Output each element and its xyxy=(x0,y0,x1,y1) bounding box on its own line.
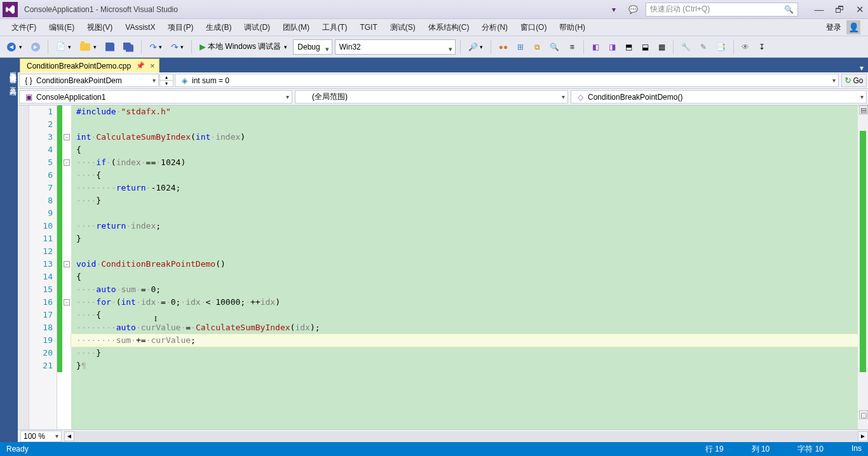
menu-test[interactable]: 测试(S) xyxy=(384,19,422,36)
scroll-thumb[interactable] xyxy=(860,131,866,372)
search-icon: 🔍 xyxy=(784,5,794,14)
va-icon-11[interactable]: ✎ xyxy=(696,39,710,55)
side-tab-well: 服务器资源管理器 工具箱 xyxy=(0,58,18,442)
new-project-button[interactable]: 📄▾ xyxy=(53,39,74,55)
menu-arch[interactable]: 体系结构(C) xyxy=(422,19,476,36)
field-icon: ◈ xyxy=(179,76,189,86)
hscroll-left-button[interactable]: ◄ xyxy=(64,431,74,441)
hscroll-right-button[interactable]: ► xyxy=(858,431,868,441)
status-char: 字符 10 xyxy=(797,444,824,455)
close-button[interactable]: ✕ xyxy=(854,4,865,15)
config-dropdown[interactable]: Debug xyxy=(293,39,332,55)
line-number-gutter: 123456789101112131415161718192021 xyxy=(29,105,57,429)
find-in-files-button[interactable]: 🔎▾ xyxy=(465,39,486,55)
status-ins: Ins xyxy=(851,444,862,455)
status-col: 列 10 xyxy=(752,444,770,455)
save-all-button[interactable] xyxy=(120,39,137,55)
va-icon-6[interactable]: ◨ xyxy=(605,39,619,55)
start-debugging-button[interactable]: ▶ 本地 Windows 调试器 ▾ xyxy=(196,39,290,55)
va-spinner[interactable]: ▴▾ xyxy=(159,74,173,87)
menu-analyze[interactable]: 分析(N) xyxy=(475,19,514,36)
document-tab-active[interactable]: ConditionBreakPointDemo.cpp 📌 × xyxy=(20,58,159,72)
vs-navbar: ▣ ConsoleApplication1 (全局范围) ◇ Condition… xyxy=(18,89,868,105)
menu-project[interactable]: 项目(P) xyxy=(161,19,200,36)
menu-build[interactable]: 生成(B) xyxy=(200,19,238,36)
va-navbar: { } ConditionBreakPointDem ▴▾ ◈ int sum … xyxy=(18,72,868,89)
va-icon-13[interactable]: 👁 xyxy=(738,39,752,55)
user-avatar-icon[interactable]: 👤 xyxy=(846,20,860,34)
va-find-button[interactable]: 🔍 xyxy=(546,39,562,55)
vertical-scrollbar[interactable]: ▤ ▢ xyxy=(858,105,868,429)
vs-logo-icon xyxy=(3,2,18,17)
va-go-button[interactable]: ↻Go xyxy=(841,74,867,87)
horizontal-scrollbar[interactable] xyxy=(74,431,858,441)
minimize-button[interactable]: — xyxy=(813,4,825,15)
map-mode-button[interactable]: ▢ xyxy=(859,410,868,419)
text-caret-icon: I xyxy=(154,314,157,324)
vs-scope-dropdown[interactable]: (全局范围) xyxy=(295,90,568,104)
va-icon-14[interactable]: ↧ xyxy=(755,39,769,55)
va-icon-12[interactable]: 📑 xyxy=(713,39,729,55)
menu-view[interactable]: 视图(V) xyxy=(81,19,119,36)
redo-button[interactable]: ↷▾ xyxy=(168,39,187,55)
pin-icon[interactable]: 📌 xyxy=(136,62,145,70)
change-mark-gutter xyxy=(57,105,62,429)
title-bar: ConsoleApplication1 - Microsoft Visual S… xyxy=(0,0,868,19)
va-icon-1[interactable]: ●● xyxy=(496,39,512,55)
start-debugging-label: 本地 Windows 调试器 xyxy=(208,41,281,52)
va-icon-10[interactable]: 🔧 xyxy=(678,39,694,55)
menu-bar: 文件(F) 编辑(E) 视图(V) VAssistX 项目(P) 生成(B) 调… xyxy=(0,19,868,36)
code-editor[interactable]: 123456789101112131415161718192021 ---- #… xyxy=(18,105,868,429)
side-tab-server-explorer[interactable]: 服务器资源管理器 xyxy=(0,62,18,77)
open-button[interactable]: ▾ xyxy=(77,39,100,55)
fold-gutter[interactable]: ---- xyxy=(62,105,71,429)
menu-debug[interactable]: 调试(D) xyxy=(238,19,276,36)
document-tab-label: ConditionBreakPointDemo.cpp xyxy=(27,62,131,70)
menu-team[interactable]: 团队(M) xyxy=(276,19,316,36)
side-tab-toolbox[interactable]: 工具箱 xyxy=(0,77,18,89)
feedback-icon[interactable]: 💬 xyxy=(627,3,639,16)
va-icon-2[interactable]: ⊞ xyxy=(513,39,527,55)
menu-edit[interactable]: 编辑(E) xyxy=(43,19,81,36)
window-title: ConsoleApplication1 - Microsoft Visual S… xyxy=(24,5,178,14)
va-member-dropdown[interactable]: ◈ int sum = 0 xyxy=(175,74,839,87)
menu-tools[interactable]: 工具(T) xyxy=(316,19,353,36)
status-bar: Ready 行 19 列 10 字符 10 Ins xyxy=(0,442,868,456)
va-icon-7[interactable]: ⬒ xyxy=(621,39,635,55)
vs-project-dropdown[interactable]: ▣ ConsoleApplication1 xyxy=(19,90,292,104)
editor-bottom-strip: 100 % ◄ ► xyxy=(18,429,868,442)
undo-button[interactable]: ↶▾ xyxy=(146,39,165,55)
zoom-dropdown[interactable]: 100 % xyxy=(20,431,62,442)
login-link[interactable]: 登录 xyxy=(826,22,841,33)
tab-overflow-button[interactable]: ▾ xyxy=(855,64,868,72)
save-button[interactable] xyxy=(102,39,118,55)
status-ready: Ready xyxy=(6,445,29,453)
vs-func-dropdown[interactable]: ◇ ConditionBreakPointDemo() xyxy=(571,90,867,104)
va-icon-5[interactable]: ◧ xyxy=(588,39,602,55)
split-box-button[interactable]: ▤ xyxy=(859,105,868,114)
project-icon: ▣ xyxy=(24,92,34,102)
va-icon-4[interactable]: ≡ xyxy=(565,39,579,55)
va-icon-3[interactable]: ⧉ xyxy=(530,39,544,55)
breakpoint-gutter[interactable] xyxy=(18,105,29,429)
menu-vassistx[interactable]: VAssistX xyxy=(119,19,161,36)
nav-back-button[interactable]: ◄▾ xyxy=(4,39,25,55)
platform-dropdown[interactable]: Win32 xyxy=(335,39,456,55)
flag-icon[interactable]: ▾ xyxy=(607,3,620,16)
document-tabs: ConditionBreakPointDemo.cpp 📌 × ▾ xyxy=(18,58,868,72)
code-text[interactable]: #include·"stdafx.h"int·CalculateSumByInd… xyxy=(71,105,858,429)
status-line: 行 19 xyxy=(705,444,724,455)
nav-fwd-button[interactable]: ► xyxy=(28,39,43,55)
va-icon-8[interactable]: ⬓ xyxy=(638,39,652,55)
va-icon-9[interactable]: ▦ xyxy=(654,39,668,55)
va-scope-dropdown[interactable]: { } ConditionBreakPointDem xyxy=(19,74,159,87)
menu-help[interactable]: 帮助(H) xyxy=(553,19,592,36)
scope-icon: { } xyxy=(24,76,34,86)
menu-tgit[interactable]: TGIT xyxy=(353,19,383,36)
menu-file[interactable]: 文件(F) xyxy=(5,19,43,36)
quick-launch-input[interactable]: 快速启动 (Ctrl+Q) 🔍 xyxy=(646,3,798,17)
quick-launch-placeholder: 快速启动 (Ctrl+Q) xyxy=(650,4,710,15)
close-tab-icon[interactable]: × xyxy=(150,61,155,70)
restore-button[interactable]: 🗗 xyxy=(834,4,845,15)
menu-window[interactable]: 窗口(O) xyxy=(514,19,553,36)
